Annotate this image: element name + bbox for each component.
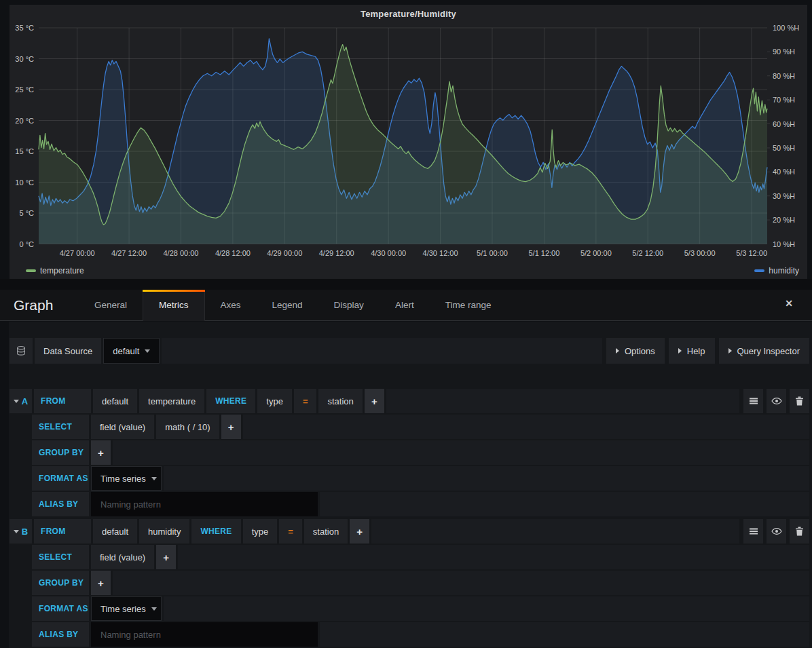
query-menu-button[interactable] xyxy=(743,519,763,544)
row-filler xyxy=(243,415,809,439)
groupby-keyword: GROUP BY xyxy=(32,571,89,595)
formatas-keyword: FORMAT AS xyxy=(32,596,89,621)
panel-type-title: Graph xyxy=(14,290,79,320)
query-delete-trash-button[interactable] xyxy=(790,389,809,413)
svg-text:70 %H: 70 %H xyxy=(773,96,795,104)
svg-text:5/1 12:00: 5/1 12:00 xyxy=(528,249,559,257)
add-select-button[interactable]: + xyxy=(156,545,176,569)
svg-text:10 °C: 10 °C xyxy=(15,178,34,187)
query-inspector-button[interactable]: Query Inspector xyxy=(719,338,810,364)
where-operator-segment[interactable]: = xyxy=(294,389,317,413)
svg-text:90 %H: 90 %H xyxy=(773,47,795,56)
svg-text:80 %H: 80 %H xyxy=(773,72,795,80)
add-groupby-button[interactable]: + xyxy=(91,571,111,595)
svg-text:0 °C: 0 °C xyxy=(19,240,34,248)
datasource-select[interactable]: default xyxy=(103,338,160,364)
query-block-a: A FROM default temperature WHERE type = … xyxy=(10,389,809,518)
query-a-actions xyxy=(743,389,809,413)
svg-text:4/30 12:00: 4/30 12:00 xyxy=(423,249,458,257)
query-b-groupby-row: GROUP BY + xyxy=(32,571,809,595)
add-select-button[interactable]: + xyxy=(221,415,241,439)
tab-alert[interactable]: Alert xyxy=(380,290,430,320)
query-b-from-row: B FROM default humidity WHERE type = sta… xyxy=(10,519,809,544)
select-math-segment[interactable]: math ( / 10) xyxy=(156,415,219,439)
format-as-select[interactable]: Time series xyxy=(91,466,162,491)
tab-metrics[interactable]: Metrics xyxy=(143,290,205,321)
format-as-select[interactable]: Time series xyxy=(91,596,162,621)
alias-pattern-input[interactable] xyxy=(91,492,318,516)
chart-legend: temperature humidity xyxy=(10,266,807,277)
svg-text:5/3 12:00: 5/3 12:00 xyxy=(736,249,767,257)
query-b-select-row: SELECT field (value) + xyxy=(32,545,809,569)
add-where-button[interactable]: + xyxy=(365,389,384,413)
row-filler xyxy=(164,596,809,621)
tab-general[interactable]: General xyxy=(79,290,143,320)
row-filler xyxy=(178,545,809,569)
where-value-segment[interactable]: station xyxy=(318,389,362,413)
where-value-segment[interactable]: station xyxy=(304,519,348,544)
query-a-collapse-button[interactable]: A xyxy=(10,389,32,413)
query-disable-eye-button[interactable] xyxy=(767,519,786,544)
query-menu-button[interactable] xyxy=(743,389,763,413)
chevron-down-icon xyxy=(14,400,19,403)
select-field-segment[interactable]: field (value) xyxy=(91,545,154,569)
query-disable-eye-button[interactable] xyxy=(767,389,786,413)
legend-item-humidity[interactable]: humidity xyxy=(754,266,799,275)
select-keyword: SELECT xyxy=(32,545,89,569)
tab-time-range[interactable]: Time range xyxy=(430,290,507,320)
svg-text:30 %H: 30 %H xyxy=(773,192,795,200)
datasource-filler xyxy=(162,338,602,364)
svg-text:5/2 12:00: 5/2 12:00 xyxy=(632,249,663,257)
row-filler xyxy=(320,622,809,647)
tab-axes[interactable]: Axes xyxy=(205,290,257,320)
legend-item-temperature[interactable]: temperature xyxy=(26,266,84,275)
svg-text:4/27 00:00: 4/27 00:00 xyxy=(60,249,95,257)
tab-legend[interactable]: Legend xyxy=(257,290,318,320)
from-source-segment[interactable]: default xyxy=(93,389,137,413)
add-where-button[interactable]: + xyxy=(350,519,369,544)
svg-text:5/2 00:00: 5/2 00:00 xyxy=(580,249,612,257)
query-ref-letter: B xyxy=(22,527,28,537)
svg-text:4/27 12:00: 4/27 12:00 xyxy=(111,249,147,257)
legend-label: humidity xyxy=(769,266,799,275)
row-filler xyxy=(164,466,809,491)
alias-pattern-input[interactable] xyxy=(91,622,318,647)
metrics-editor: Data Source default Options Help Query I… xyxy=(0,322,812,648)
where-tag-segment[interactable]: type xyxy=(257,389,292,413)
row-filler xyxy=(386,389,739,413)
svg-text:35 °C: 35 °C xyxy=(15,24,34,32)
help-button[interactable]: Help xyxy=(669,338,715,364)
query-a-select-row: SELECT field (value) math ( / 10) + xyxy=(32,415,809,439)
datasource-label: Data Source xyxy=(35,338,101,364)
close-icon[interactable]: ✕ xyxy=(785,299,793,308)
svg-text:4/30 00:00: 4/30 00:00 xyxy=(371,249,406,257)
svg-text:4/28 12:00: 4/28 12:00 xyxy=(215,249,251,257)
where-operator-segment[interactable]: = xyxy=(279,519,302,544)
options-button[interactable]: Options xyxy=(606,338,665,364)
svg-text:5/3 00:00: 5/3 00:00 xyxy=(684,249,716,257)
query-b-actions xyxy=(743,519,809,544)
temperature-swatch-icon xyxy=(26,269,36,272)
row-filler xyxy=(113,440,809,465)
from-keyword: FROM xyxy=(34,389,91,413)
query-a-format-row: FORMAT AS Time series xyxy=(32,466,809,491)
query-b-collapse-button[interactable]: B xyxy=(10,519,32,544)
query-b-format-row: FORMAT AS Time series xyxy=(32,596,809,621)
from-measurement-segment[interactable]: humidity xyxy=(139,519,189,544)
svg-text:5/1 00:00: 5/1 00:00 xyxy=(477,249,508,257)
tab-display[interactable]: Display xyxy=(318,290,380,320)
database-icon xyxy=(10,338,33,364)
add-groupby-button[interactable]: + xyxy=(91,440,111,465)
svg-text:40 %H: 40 %H xyxy=(773,168,795,176)
svg-text:50 %H: 50 %H xyxy=(773,144,795,152)
from-measurement-segment[interactable]: temperature xyxy=(139,389,204,413)
where-tag-segment[interactable]: type xyxy=(243,519,278,544)
row-filler xyxy=(320,492,809,516)
query-delete-trash-button[interactable] xyxy=(790,519,809,544)
aliasby-keyword: ALIAS BY xyxy=(32,492,89,516)
svg-text:5 °C: 5 °C xyxy=(19,209,34,217)
from-source-segment[interactable]: default xyxy=(93,519,137,544)
select-keyword: SELECT xyxy=(32,415,89,439)
select-field-segment[interactable]: field (value) xyxy=(91,415,154,439)
chevron-right-icon xyxy=(728,348,732,354)
